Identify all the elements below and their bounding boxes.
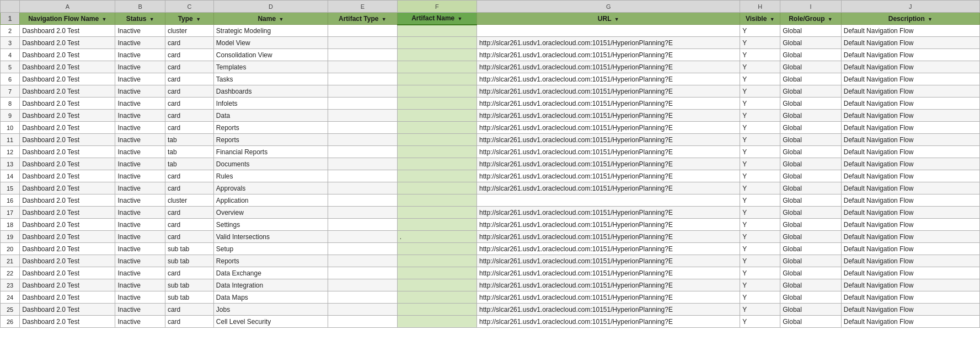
cell-visible[interactable]: Y <box>740 219 780 231</box>
cell-visible[interactable]: Y <box>740 61 780 73</box>
cell-navigation-flow-name[interactable]: Dashboard 2.0 Test <box>20 207 115 219</box>
cell-type[interactable]: card <box>165 61 213 73</box>
cell-type[interactable]: card <box>165 110 213 122</box>
cell-name[interactable]: Valid Intersections <box>213 231 328 243</box>
cell-name[interactable]: Consolidation View <box>213 49 328 61</box>
cell-artifact-type[interactable] <box>328 279 398 291</box>
cell-url[interactable]: http://slcar261.usdv1.oraclecloud.com:10… <box>477 37 740 49</box>
cell-artifact-name[interactable]: . <box>397 231 476 243</box>
cell-type[interactable]: card <box>165 37 213 49</box>
cell-status[interactable]: Inactive <box>115 304 165 316</box>
table-row[interactable]: 23Dashboard 2.0 TestInactivesub tabData … <box>1 279 980 291</box>
col-letter-e[interactable]: E <box>328 1 398 13</box>
cell-artifact-name[interactable] <box>397 61 476 73</box>
cell-description[interactable]: Default Navigation Flow <box>841 182 979 194</box>
cell-status[interactable]: Inactive <box>115 267 165 279</box>
cell-visible[interactable]: Y <box>740 267 780 279</box>
cell-artifact-name[interactable] <box>397 316 476 328</box>
cell-visible[interactable]: Y <box>740 243 780 255</box>
cell-role-group[interactable]: Global <box>780 316 842 328</box>
cell-description[interactable]: Default Navigation Flow <box>841 267 979 279</box>
cell-artifact-name[interactable] <box>397 279 476 291</box>
table-row[interactable]: 12Dashboard 2.0 TestInactivetabFinancial… <box>1 146 980 158</box>
cell-name[interactable]: Data Exchange <box>213 267 328 279</box>
cell-description[interactable]: Default Navigation Flow <box>841 231 979 243</box>
cell-artifact-type[interactable] <box>328 267 398 279</box>
cell-role-group[interactable]: Global <box>780 49 842 61</box>
cell-status[interactable]: Inactive <box>115 37 165 49</box>
cell-navigation-flow-name[interactable]: Dashboard 2.0 Test <box>20 98 115 110</box>
cell-artifact-name[interactable] <box>397 98 476 110</box>
col-header-a[interactable]: Navigation Flow Name ▼ <box>20 13 115 25</box>
filter-arrow-a[interactable]: ▼ <box>102 17 107 22</box>
cell-role-group[interactable]: Global <box>780 37 842 49</box>
cell-description[interactable]: Default Navigation Flow <box>841 122 979 134</box>
table-row[interactable]: 25Dashboard 2.0 TestInactivecardJobshttp… <box>1 304 980 316</box>
table-row[interactable]: 4Dashboard 2.0 TestInactivecardConsolida… <box>1 49 980 61</box>
cell-status[interactable]: Inactive <box>115 207 165 219</box>
cell-status[interactable]: Inactive <box>115 146 165 158</box>
col-header-j[interactable]: Description ▼ <box>841 13 979 25</box>
cell-role-group[interactable]: Global <box>780 231 842 243</box>
cell-status[interactable]: Inactive <box>115 243 165 255</box>
cell-navigation-flow-name[interactable]: Dashboard 2.0 Test <box>20 146 115 158</box>
cell-role-group[interactable]: Global <box>780 182 842 194</box>
cell-url[interactable]: http://slcar261.usdv1.oraclecloud.com:10… <box>477 207 740 219</box>
cell-role-group[interactable]: Global <box>780 73 842 85</box>
cell-navigation-flow-name[interactable]: Dashboard 2.0 Test <box>20 194 115 207</box>
cell-visible[interactable]: Y <box>740 158 780 170</box>
col-letter-h[interactable]: H <box>740 1 780 13</box>
cell-description[interactable]: Default Navigation Flow <box>841 134 979 146</box>
cell-status[interactable]: Inactive <box>115 194 165 207</box>
col-header-h[interactable]: Visible ▼ <box>740 13 780 25</box>
cell-url[interactable]: http://slcar261.usdv1.oraclecloud.com:10… <box>477 182 740 194</box>
cell-visible[interactable]: Y <box>740 73 780 85</box>
cell-type[interactable]: card <box>165 219 213 231</box>
cell-role-group[interactable]: Global <box>780 291 842 304</box>
cell-visible[interactable]: Y <box>740 255 780 267</box>
cell-url[interactable]: http://slcar261.usdv1.oraclecloud.com:10… <box>477 85 740 98</box>
table-row[interactable]: 20Dashboard 2.0 TestInactivesub tabSetup… <box>1 243 980 255</box>
cell-name[interactable]: Approvals <box>213 182 328 194</box>
table-row[interactable]: 21Dashboard 2.0 TestInactivesub tabRepor… <box>1 255 980 267</box>
cell-url[interactable]: http://slcar261.usdv1.oraclecloud.com:10… <box>477 243 740 255</box>
cell-navigation-flow-name[interactable]: Dashboard 2.0 Test <box>20 279 115 291</box>
cell-status[interactable]: Inactive <box>115 73 165 85</box>
filter-arrow-f[interactable]: ▼ <box>458 16 463 21</box>
cell-name[interactable]: Strategic Modeling <box>213 25 328 37</box>
cell-visible[interactable]: Y <box>740 316 780 328</box>
cell-status[interactable]: Inactive <box>115 158 165 170</box>
cell-role-group[interactable]: Global <box>780 279 842 291</box>
table-row[interactable]: 13Dashboard 2.0 TestInactivetabDocuments… <box>1 158 980 170</box>
cell-url[interactable]: http://slcar261.usdv1.oraclecloud.com:10… <box>477 170 740 182</box>
cell-navigation-flow-name[interactable]: Dashboard 2.0 Test <box>20 304 115 316</box>
cell-artifact-type[interactable] <box>328 304 398 316</box>
cell-artifact-name[interactable] <box>397 194 476 207</box>
cell-name[interactable]: Settings <box>213 219 328 231</box>
cell-status[interactable]: Inactive <box>115 49 165 61</box>
cell-type[interactable]: card <box>165 267 213 279</box>
cell-status[interactable]: Inactive <box>115 25 165 37</box>
cell-artifact-name[interactable] <box>397 267 476 279</box>
cell-url[interactable]: http://slcar261.usdv1.oraclecloud.com:10… <box>477 316 740 328</box>
cell-artifact-type[interactable] <box>328 134 398 146</box>
cell-description[interactable]: Default Navigation Flow <box>841 49 979 61</box>
cell-navigation-flow-name[interactable]: Dashboard 2.0 Test <box>20 85 115 98</box>
cell-type[interactable]: sub tab <box>165 255 213 267</box>
cell-navigation-flow-name[interactable]: Dashboard 2.0 Test <box>20 291 115 304</box>
table-row[interactable]: 9Dashboard 2.0 TestInactivecardDatahttp:… <box>1 110 980 122</box>
cell-role-group[interactable]: Global <box>780 146 842 158</box>
table-row[interactable]: 5Dashboard 2.0 TestInactivecardTemplates… <box>1 61 980 73</box>
cell-artifact-name[interactable] <box>397 49 476 61</box>
cell-description[interactable]: Default Navigation Flow <box>841 25 979 37</box>
cell-navigation-flow-name[interactable]: Dashboard 2.0 Test <box>20 158 115 170</box>
cell-artifact-name[interactable] <box>397 182 476 194</box>
cell-type[interactable]: sub tab <box>165 243 213 255</box>
table-row[interactable]: 26Dashboard 2.0 TestInactivecardCell Lev… <box>1 316 980 328</box>
cell-role-group[interactable]: Global <box>780 170 842 182</box>
cell-artifact-name[interactable] <box>397 134 476 146</box>
cell-name[interactable]: Financial Reports <box>213 146 328 158</box>
cell-name[interactable]: Infolets <box>213 98 328 110</box>
cell-status[interactable]: Inactive <box>115 219 165 231</box>
table-row[interactable]: 14Dashboard 2.0 TestInactivecardRuleshtt… <box>1 170 980 182</box>
